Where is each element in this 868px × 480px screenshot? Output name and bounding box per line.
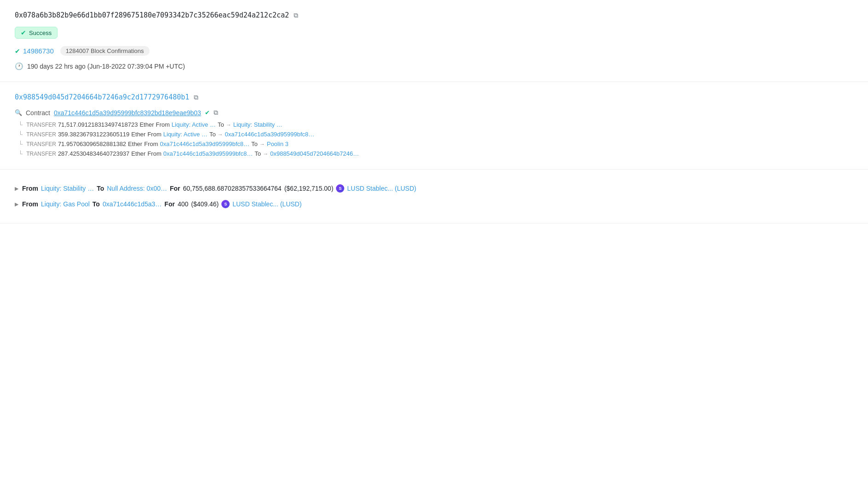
token-transfer-row-1: ▶ From Liquity: Stability … To Null Addr… (15, 181, 853, 196)
timestamp-row: 🕐 190 days 22 hrs ago (Jun-18-2022 07:39… (15, 62, 853, 70)
transfer-list: └ TRANSFER 71,517.091218313497418723 Eth… (18, 120, 853, 158)
token-name-link-2[interactable]: LUSD Stablec... (LUSD) (232, 200, 301, 208)
clock-icon: 🕐 (15, 62, 23, 70)
contract-address-link[interactable]: 0xa71c446c1d5a39d95999bfc8392bd18e9eae9b… (54, 109, 201, 117)
from-addr-link-2[interactable]: Liquity: Gas Pool (41, 200, 90, 208)
block-check-icon: ✔ (15, 47, 20, 55)
to-addr-link-1[interactable]: Null Address: 0x00… (107, 185, 167, 192)
magnifier-icon: 🔍 (15, 109, 22, 116)
copy-icon-2[interactable]: ⧉ (194, 94, 198, 101)
transaction-section-1: 0x078a6b3b82b9e66d1bb07f289675180e709334… (0, 0, 868, 82)
transfer-to-link-4[interactable]: 0x988549d045d7204664b7246… (270, 150, 359, 157)
transfer-row-4: └ TRANSFER 287.425304834640723937 Ether … (18, 149, 853, 158)
transfer-from-link-1[interactable]: Liquity: Active … (172, 121, 216, 128)
transfer-row-1: └ TRANSFER 71,517.091218313497418723 Eth… (18, 120, 853, 129)
lusd-token-icon-2: S (221, 200, 230, 208)
transfer-row-2: └ TRANSFER 359.382367931223605119 Ether … (18, 130, 853, 139)
to-label-1: To (97, 185, 104, 192)
success-check-icon: ✔ (21, 29, 26, 36)
transfer-to-link-1[interactable]: Liquity: Stability … (233, 121, 283, 128)
token-transfer-row-2: ▶ From Liquity: Gas Pool To 0xa71c446c1d… (15, 196, 853, 212)
transfer-to-link-2[interactable]: 0xa71c446c1d5a39d95999bfc8… (225, 131, 314, 138)
for-label-2: For (164, 200, 175, 208)
from-addr-link-1[interactable]: Liquity: Stability … (41, 185, 94, 192)
block-row: ✔ 14986730 1284007 Block Confirmations (15, 46, 853, 56)
token-transfer-section: ▶ From Liquity: Stability … To Null Addr… (0, 170, 868, 223)
status-label: Success (29, 29, 52, 36)
tx-hash-row-2: 0x988549d045d7204664b7246a9c2d1772976480… (15, 93, 853, 101)
triangle-icon-1: ▶ (15, 186, 18, 192)
transfer-label-4: TRANSFER (26, 151, 56, 157)
token-name-link-1[interactable]: LUSD Stablec... (LUSD) (347, 185, 416, 192)
transfer-from-link-3[interactable]: 0xa71c446c1d5a39d95999bfc8… (160, 140, 249, 147)
copy-icon[interactable]: ⧉ (294, 12, 298, 19)
transfer-row-3: └ TRANSFER 71.957063096582881382 Ether F… (18, 140, 853, 148)
status-badge: ✔ Success (15, 27, 853, 46)
tx-hash-value: 0x078a6b3b82b9e66d1bb07f289675180e709334… (15, 11, 289, 19)
confirmations-badge: 1284007 Block Confirmations (60, 46, 150, 56)
from-label-1: From (22, 185, 38, 192)
timestamp-text: 190 days 22 hrs ago (Jun-18-2022 07:39:0… (27, 63, 185, 70)
transaction-section-2: 0x988549d045d7204664b7246a9c2d1772976480… (0, 82, 868, 170)
triangle-icon-2: ▶ (15, 201, 18, 207)
to-label-2: To (93, 200, 100, 208)
tx-hash-row: 0x078a6b3b82b9e66d1bb07f289675180e709334… (15, 11, 853, 19)
lusd-token-icon-1: S (336, 184, 344, 193)
from-label-2: From (22, 200, 38, 208)
transfer-label-1: TRANSFER (26, 122, 56, 128)
to-addr-link-2[interactable]: 0xa71c446c1d5a3… (103, 200, 162, 208)
block-number[interactable]: ✔ 14986730 (15, 47, 54, 55)
verified-check-icon: ✔ (205, 109, 210, 116)
usd-value-1: ($62,192,715.00) (284, 185, 334, 192)
contract-row: 🔍 Contract 0xa71c446c1d5a39d95999bfc8392… (15, 109, 853, 117)
tx-hash-link[interactable]: 0x988549d045d7204664b7246a9c2d1772976480… (15, 93, 189, 101)
amount-2: 400 (178, 200, 188, 208)
transfer-from-link-4[interactable]: 0xa71c446c1d5a39d95999bfc8… (163, 150, 253, 157)
transfer-label-2: TRANSFER (26, 131, 56, 138)
amount-1: 60,755,688.6870283575336​64764 (183, 185, 282, 192)
transfer-to-link-3[interactable]: Poolin 3 (267, 140, 289, 147)
copy-icon-contract[interactable]: ⧉ (214, 109, 218, 117)
transfer-label-3: TRANSFER (26, 141, 56, 147)
usd-value-2: ($409.46) (191, 200, 219, 208)
transfer-from-link-2[interactable]: Liquity: Active … (163, 131, 208, 138)
for-label-1: For (170, 185, 180, 192)
contract-label: Contract (26, 109, 50, 117)
